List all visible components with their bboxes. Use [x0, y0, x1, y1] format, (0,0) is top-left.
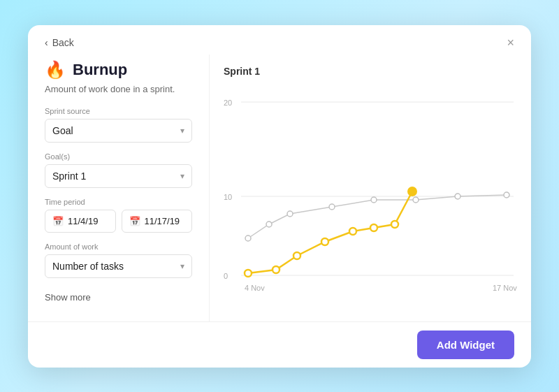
burnup-chart: 20 10 0	[224, 82, 517, 310]
ideal-dot-4	[329, 204, 335, 210]
actual-dot-4	[321, 238, 328, 245]
x-label-start: 4 Nov	[245, 284, 265, 292]
x-label-end: 17 Nov	[493, 284, 517, 292]
calendar-end-icon: 📅	[129, 216, 140, 226]
y-label-0: 0	[224, 272, 228, 280]
close-button[interactable]: ×	[507, 36, 514, 49]
modal-body: 🔥 Burnup Amount of work done in a sprint…	[28, 55, 531, 321]
sprint-source-label: Sprint source	[45, 107, 192, 115]
ideal-dot-2	[266, 222, 272, 227]
widget-title-row: 🔥 Burnup	[45, 60, 192, 80]
actual-dot-5	[349, 228, 356, 235]
modal-container: ‹ Back × 🔥 Burnup Amount of work done in…	[28, 25, 531, 368]
add-widget-button[interactable]: Add Widget	[417, 331, 514, 359]
actual-dot-7	[391, 221, 398, 228]
ideal-dot-5	[371, 197, 377, 203]
show-more-link[interactable]: Show more	[45, 292, 192, 303]
back-button[interactable]: ‹ Back	[45, 37, 74, 48]
left-panel: 🔥 Burnup Amount of work done in a sprint…	[28, 55, 210, 321]
date-end-field[interactable]: 📅 11/17/19	[122, 210, 193, 233]
date-start-field[interactable]: 📅 11/4/19	[45, 210, 116, 233]
date-start-value: 11/4/19	[68, 216, 98, 226]
actual-dot-6	[370, 224, 377, 231]
modal-header: ‹ Back ×	[28, 25, 531, 55]
amount-chevron-icon: ▾	[180, 261, 184, 271]
ideal-dot-7	[455, 194, 460, 199]
widget-title: Burnup	[73, 61, 127, 79]
chart-title: Sprint 1	[224, 66, 517, 77]
back-label: Back	[52, 37, 74, 48]
actual-dot-2	[273, 266, 280, 273]
goals-label: Goal(s)	[45, 152, 192, 161]
widget-icon: 🔥	[45, 60, 66, 80]
ideal-dot-8	[504, 192, 509, 198]
y-label-20: 20	[224, 99, 232, 107]
goals-select[interactable]: Sprint 1 ▾	[45, 164, 192, 188]
sprint-source-chevron-icon: ▾	[180, 126, 184, 136]
chart-area: 20 10 0	[224, 82, 517, 310]
actual-line	[248, 191, 412, 273]
actual-dot-1	[245, 270, 252, 277]
date-end-value: 11/17/19	[145, 216, 180, 226]
ideal-dot-1	[245, 235, 251, 241]
sprint-source-field: Sprint source Goal ▾	[45, 107, 192, 143]
amount-select[interactable]: Number of tasks ▾	[45, 254, 192, 278]
sprint-source-value: Goal	[52, 125, 73, 136]
time-period-field: Time period 📅 11/4/19 📅 11/17/19	[45, 198, 192, 233]
right-panel: Sprint 1 20 10 0	[210, 55, 531, 321]
goals-value: Sprint 1	[52, 170, 86, 182]
ideal-line	[248, 195, 507, 238]
time-period-label: Time period	[45, 198, 192, 206]
ideal-dot-6	[413, 197, 419, 203]
sprint-source-select[interactable]: Goal ▾	[45, 119, 192, 143]
modal-footer: Add Widget	[28, 321, 531, 368]
y-label-10: 10	[224, 193, 232, 201]
widget-description: Amount of work done in a sprint.	[45, 84, 192, 94]
actual-dot-3	[293, 252, 300, 259]
close-icon: ×	[507, 36, 514, 50]
back-chevron-icon: ‹	[45, 37, 48, 48]
calendar-start-icon: 📅	[52, 216, 64, 226]
actual-dot-8-filled	[408, 187, 416, 196]
goals-chevron-icon: ▾	[180, 171, 184, 181]
amount-label: Amount of work	[45, 242, 192, 251]
amount-value: Number of tasks	[52, 261, 124, 272]
date-row: 📅 11/4/19 📅 11/17/19	[45, 210, 192, 233]
amount-field: Amount of work Number of tasks ▾	[45, 242, 192, 278]
ideal-dot-3	[287, 211, 293, 217]
goals-field: Goal(s) Sprint 1 ▾	[45, 152, 192, 188]
